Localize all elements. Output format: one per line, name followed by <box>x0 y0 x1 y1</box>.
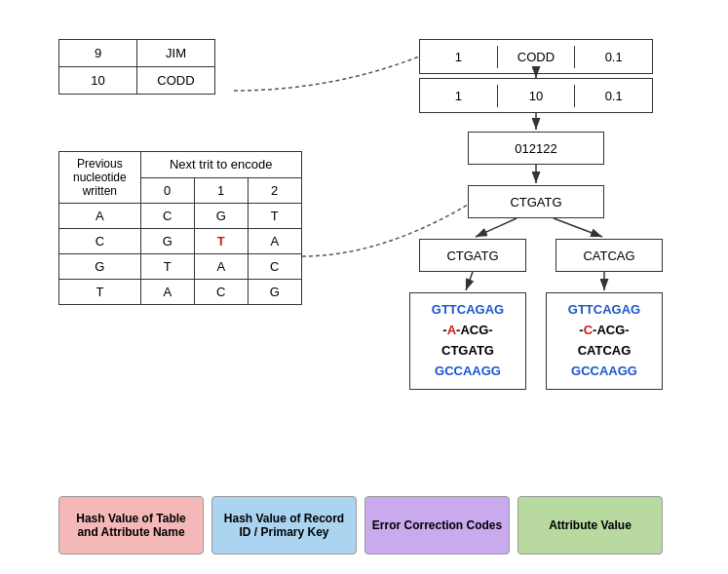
trit-header-prev-nucleotide: Previousnucleotidewritten <box>59 152 141 204</box>
ctgatg-left-value: CTGATG <box>446 249 498 263</box>
ctgatg-left-box: CTGATG <box>419 239 526 272</box>
top-left-table: 9 JIM 10 CODD <box>58 39 215 95</box>
dna-right-line4: GCCAAGG <box>571 364 637 378</box>
trit-row-c-prev: C <box>59 229 141 254</box>
trit-sub-1: 1 <box>194 177 248 204</box>
trit-row-t-1: C <box>194 280 248 305</box>
trit-sub-0: 0 <box>140 177 194 204</box>
row1-cell-1: 1 <box>420 46 498 68</box>
trit-row-t-0: A <box>140 280 194 305</box>
diagram-area: 9 JIM 10 CODD Previousnucleotidewritten … <box>0 0 728 574</box>
dna-right-c: C <box>584 323 593 337</box>
trit-row-g-prev: G <box>59 254 141 280</box>
legend-hash-record-id: Hash Value of Record ID / Primary Key <box>211 496 357 555</box>
dna-right-line1: GTTCAGAG <box>568 302 640 317</box>
dna-left-box: GTTCAGAG -A-ACG- CTGATG GCCAAGG <box>409 292 526 390</box>
dna-right-seq: GTTCAGAG -C-ACG- CATCAG GCCAAGG <box>568 300 640 381</box>
legend-hash-table-attr: Hash Value of Table and Attribute Name <box>58 496 204 555</box>
trit-row-a-1: G <box>194 204 248 229</box>
ctgatg-main-value: CTGATG <box>510 195 561 210</box>
row2-box: 1 10 0.1 <box>419 78 653 113</box>
catcag-value: CATCAG <box>583 249 634 263</box>
legend-attribute-value-text: Attribute Value <box>549 518 632 532</box>
trit-row-g-1: A <box>194 254 248 280</box>
trit-string-value: 012122 <box>515 141 556 156</box>
row2-cell-01: 0.1 <box>575 85 652 107</box>
trit-row-c-0: G <box>140 229 194 254</box>
legend-hash-record-id-text: Hash Value of Record ID / Primary Key <box>218 512 350 539</box>
legend-error-correction-text: Error Correction Codes <box>372 518 502 532</box>
legend-hash-table-attr-text: Hash Value of Table and Attribute Name <box>65 512 197 539</box>
trit-row-g-2: C <box>248 254 301 280</box>
trit-table: Previousnucleotidewritten Next trit to e… <box>58 151 302 305</box>
row1-box: 1 CODD 0.1 <box>419 39 653 74</box>
cell-9: 9 <box>59 40 137 67</box>
cell-10: 10 <box>59 67 137 95</box>
dna-left-a: A <box>447 323 456 337</box>
svg-line-6 <box>466 272 473 290</box>
trit-header-next-trit: Next trit to encode <box>140 152 301 178</box>
legend-error-correction: Error Correction Codes <box>364 496 510 555</box>
ctgatg-main-box: CTGATG <box>468 185 604 218</box>
trit-row-a-2: T <box>248 204 301 229</box>
cell-jim: JIM <box>137 40 215 67</box>
trit-row-c-2: A <box>248 229 301 254</box>
dna-right-line3: CATCAG <box>578 343 632 358</box>
dna-right-box: GTTCAGAG -C-ACG- CATCAG GCCAAGG <box>546 292 663 390</box>
svg-line-4 <box>476 218 517 237</box>
dna-left-line4: GCCAAGG <box>435 364 501 378</box>
trit-row-a-prev: A <box>59 204 141 229</box>
trit-row-g-0: T <box>140 254 194 280</box>
dna-left-line2: -A-ACG- <box>442 323 492 337</box>
trit-row-t-prev: T <box>59 280 141 305</box>
row1-cell-codd: CODD <box>498 46 576 68</box>
cell-codd: CODD <box>137 67 215 95</box>
dna-right-line2: -C-ACG- <box>579 323 629 337</box>
trit-string-box: 012122 <box>468 132 604 165</box>
trit-sub-2: 2 <box>248 177 301 204</box>
trit-row-c-1: T <box>194 229 248 254</box>
row1-cell-01: 0.1 <box>575 46 652 68</box>
svg-line-5 <box>554 218 602 237</box>
dna-left-seq: GTTCAGAG -A-ACG- CTGATG GCCAAGG <box>432 300 504 381</box>
catcag-box: CATCAG <box>556 239 663 272</box>
legend-attribute-value: Attribute Value <box>517 496 663 555</box>
trit-row-t-2: G <box>248 280 301 305</box>
row2-cell-10: 10 <box>498 85 576 107</box>
trit-row-a-0: C <box>140 204 194 229</box>
row2-cell-1: 1 <box>420 85 498 107</box>
dna-left-line1: GTTCAGAG <box>432 302 504 317</box>
dna-left-line3: CTGATG <box>441 343 494 358</box>
legend-area: Hash Value of Table and Attribute Name H… <box>58 496 663 555</box>
